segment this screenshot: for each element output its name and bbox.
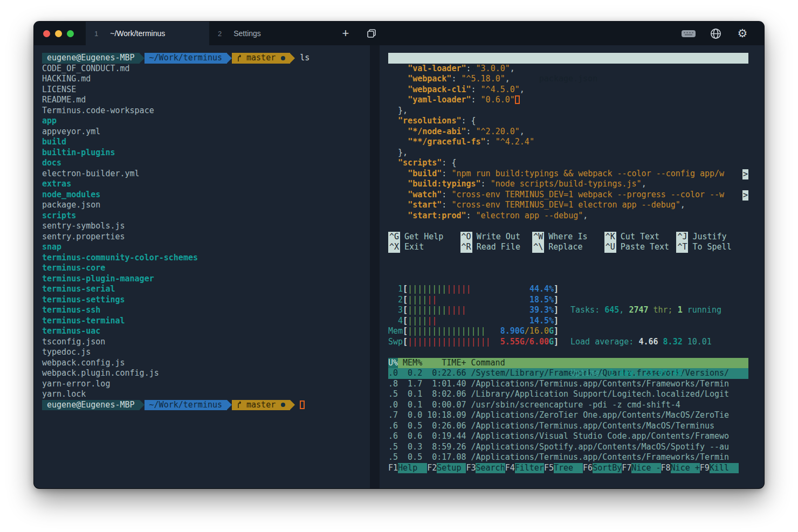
file-item-dir: terminus-core xyxy=(42,263,370,274)
prompt-path-segment: ~/Work/terminus xyxy=(145,400,227,411)
tab-terminal[interactable]: 1 ~/Work/terminus xyxy=(86,22,209,45)
nano-line: "start:prod": "electron app --debug", xyxy=(388,211,748,222)
cpu-percentage: 14.5% xyxy=(529,316,554,327)
fkey-number[interactable]: F9 xyxy=(700,463,710,474)
file-item: HACKING.md xyxy=(42,74,370,85)
process-row[interactable]: .50.50:17.08/Applications/Terminus.app/C… xyxy=(388,452,748,463)
nano-shortcut[interactable]: ^GGet Help xyxy=(388,232,460,243)
file-item: CODE_OF_CONDUCT.md xyxy=(42,64,370,74)
traffic-lights xyxy=(34,22,86,45)
shortcut-label: Read File xyxy=(472,242,520,253)
nano-lines: "val-loader": "3.0.0", "webpack": "^5.18… xyxy=(388,64,748,222)
shortcut-key: ^U xyxy=(604,242,616,253)
minimize-button[interactable] xyxy=(55,30,62,37)
file-list: CODE_OF_CONDUCT.mdHACKING.mdLICENSEREADM… xyxy=(42,64,370,400)
terminal-pane-right[interactable]: GNU nano 4.5 package.json "val-loader": … xyxy=(380,45,764,488)
fkey-number[interactable]: F5 xyxy=(544,463,554,474)
shell-prompt-bottom: eugene@Eugenes-MBP ~/Work/terminus maste… xyxy=(42,400,370,411)
cpu-percentage: 39.3% xyxy=(529,305,554,316)
terminal-pane-left[interactable]: eugene@Eugenes-MBP ~/Work/terminus maste… xyxy=(34,45,370,488)
shortcut-key: ^J xyxy=(676,232,688,243)
column-mem[interactable]: MEM% xyxy=(398,358,422,369)
shortcut-label: Paste Text xyxy=(616,242,669,253)
terminal-content: eugene@Eugenes-MBP ~/Work/terminus maste… xyxy=(34,45,764,488)
line-continuation-marker: > xyxy=(742,190,748,201)
tasks-line: Tasks: 645, 2747 thr; 1 running xyxy=(570,305,721,316)
fkey-action[interactable]: Help xyxy=(398,463,427,474)
file-item-dir: scripts xyxy=(42,211,370,222)
prompt-git-segment: master xyxy=(232,400,290,411)
terminus-window: 1 ~/Work/terminus 2 Settings + ⚙ eugene@… xyxy=(34,22,764,488)
fkey-number[interactable]: F8 xyxy=(661,463,671,474)
fkey-number[interactable]: F7 xyxy=(622,463,631,474)
typed-command: ls xyxy=(300,53,309,64)
terminal-cursor xyxy=(300,400,305,409)
file-item-dir: docs xyxy=(42,158,370,169)
fkey-action[interactable]: Nice - xyxy=(631,463,661,474)
nano-shortcut[interactable]: ^UPaste Text xyxy=(604,242,677,253)
fkey-action[interactable]: Tree xyxy=(554,463,583,474)
process-row[interactable]: .00.10:00.07/usr/sbin/screencapture -pdi… xyxy=(388,400,748,411)
shortcut-key: ^\ xyxy=(532,242,544,253)
fkey-number[interactable]: F6 xyxy=(583,463,593,474)
nano-shortcut[interactable]: ^XExit xyxy=(388,242,460,253)
nano-cursor xyxy=(515,95,520,104)
fkey-action[interactable]: SortBy xyxy=(593,463,622,474)
prompt-path-segment: ~/Work/terminus xyxy=(145,53,227,64)
globe-icon[interactable] xyxy=(706,27,725,40)
pane-divider[interactable] xyxy=(370,45,380,488)
tab-number: 2 xyxy=(218,30,222,38)
shortcut-label: Get Help xyxy=(400,232,443,243)
file-item-dir: terminus-community-color-schemes xyxy=(42,253,370,264)
fkey-action[interactable]: Filter xyxy=(515,463,544,474)
process-row[interactable]: .60.60:19.44/Applications/Visual Studio … xyxy=(388,431,748,442)
column-cpu[interactable]: U% xyxy=(388,358,398,369)
nano-shortcut[interactable]: ^KCut Text xyxy=(604,232,677,243)
gear-icon[interactable]: ⚙ xyxy=(733,27,752,40)
fkey-number[interactable]: F2 xyxy=(427,463,437,474)
fkey-action[interactable]: Setup xyxy=(437,463,466,474)
load-average-line: Load average: 4.66 8.32 10.01 xyxy=(570,337,721,348)
nano-line: "webpack": "^5.18.0", xyxy=(388,74,748,85)
fkey-action[interactable]: Kill xyxy=(710,463,739,474)
meter-label: 3 xyxy=(388,305,403,316)
prompt-git-segment: master xyxy=(232,53,290,64)
shortcut-label: Replace xyxy=(544,242,582,253)
prompt-user-segment: eugene@Eugenes-MBP xyxy=(42,400,140,411)
git-branch-icon xyxy=(237,54,243,62)
close-button[interactable] xyxy=(43,30,50,37)
nano-line: "scripts": { xyxy=(388,158,748,169)
tab-settings[interactable]: 2 Settings xyxy=(209,22,333,45)
zoom-button[interactable] xyxy=(67,30,74,37)
shortcut-key: ^R xyxy=(460,242,472,253)
nano-shortcut[interactable]: ^WWhere Is xyxy=(532,232,604,243)
fkey-number[interactable]: F4 xyxy=(505,463,515,474)
fkey-action[interactable]: Search xyxy=(476,463,505,474)
shortcut-label: To Spell xyxy=(688,242,731,253)
nano-shortcut[interactable]: ^OWrite Out xyxy=(460,232,533,243)
process-row[interactable]: .50.38:59.26/Applications/Spotify.app/Co… xyxy=(388,442,748,453)
shortcut-key: ^G xyxy=(388,232,400,243)
fkey-number[interactable]: F1 xyxy=(388,463,398,474)
shortcut-label: Justify xyxy=(688,232,726,243)
nano-line: "resolutions": { xyxy=(388,116,748,127)
process-row[interactable]: .70.010:18.09/Applications/ZeroTier One.… xyxy=(388,410,748,421)
nano-shortcut[interactable]: ^TTo Spell xyxy=(676,242,748,253)
nano-shortcut[interactable]: ^\Replace xyxy=(532,242,604,253)
file-item-dir: terminus-plugin-manager xyxy=(42,274,370,285)
fkey-action[interactable]: Nice + xyxy=(671,463,700,474)
process-row[interactable]: .60.50:26.06/Applications/Terminus.app/C… xyxy=(388,421,748,432)
keyboard-icon[interactable] xyxy=(679,30,698,38)
split-panes-icon[interactable] xyxy=(359,22,384,45)
nano-shortcut[interactable]: ^JJustify xyxy=(676,232,748,243)
shortcut-label: Where Is xyxy=(544,232,587,243)
new-tab-button[interactable]: + xyxy=(333,22,359,45)
file-item-dir: app xyxy=(42,116,370,127)
fkey-number[interactable]: F3 xyxy=(466,463,476,474)
htop-info-column: Tasks: 645, 2747 thr; 1 running Load ave… xyxy=(570,284,721,400)
column-time[interactable]: TIME+ xyxy=(422,358,466,369)
nano-shortcut[interactable]: ^RRead File xyxy=(460,242,533,253)
file-item-dir: terminus-settings xyxy=(42,295,370,306)
file-item-dir: terminus-serial xyxy=(42,284,370,295)
nano-line: "yaml-loader": "0.6.0" xyxy=(388,95,748,106)
